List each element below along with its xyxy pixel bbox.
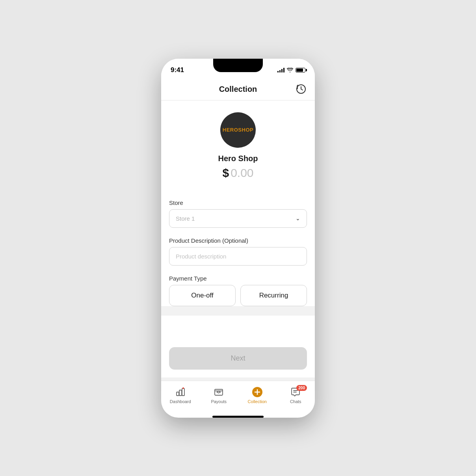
next-btn-wrapper: Next bbox=[161, 347, 315, 377]
history-icon bbox=[296, 84, 306, 94]
merchant-avatar-text: HEROSHOP bbox=[223, 127, 253, 133]
svg-rect-1 bbox=[177, 392, 179, 396]
store-field-group: Store Store 1 ⌄ bbox=[169, 199, 307, 228]
bottom-nav: Dashboard Payouts Collecti bbox=[161, 381, 315, 413]
nav-item-chats[interactable]: 200 Chats bbox=[277, 387, 315, 404]
currency-symbol: $ bbox=[222, 166, 229, 180]
payment-type-label: Payment Type bbox=[169, 275, 307, 282]
chats-badge: 200 bbox=[296, 385, 307, 391]
battery-icon bbox=[296, 68, 305, 73]
dashboard-nav-label: Dashboard bbox=[170, 399, 191, 404]
merchant-avatar: HEROSHOP bbox=[220, 112, 256, 148]
form-section: Store Store 1 ⌄ Product Description (Opt… bbox=[161, 199, 315, 306]
collection-nav-icon bbox=[252, 387, 263, 398]
product-desc-field-group: Product Description (Optional) bbox=[169, 237, 307, 266]
svg-point-4 bbox=[182, 387, 184, 389]
payouts-nav-icon bbox=[213, 387, 224, 398]
recurring-button[interactable]: Recurring bbox=[240, 285, 307, 306]
signal-icon bbox=[277, 68, 284, 73]
history-button[interactable] bbox=[295, 83, 307, 95]
payouts-nav-label: Payouts bbox=[211, 399, 227, 404]
merchant-name: Hero Shop bbox=[218, 154, 258, 163]
nav-item-dashboard[interactable]: Dashboard bbox=[161, 387, 200, 404]
collection-nav-label: Collection bbox=[248, 399, 267, 404]
chats-nav-label: Chats bbox=[290, 399, 301, 404]
page-title: Collection bbox=[219, 85, 257, 94]
store-placeholder: Store 1 bbox=[176, 215, 195, 222]
spacer bbox=[161, 316, 315, 347]
phone-frame: 9:41 Collection bbox=[161, 59, 315, 418]
notch bbox=[213, 59, 263, 72]
one-off-button[interactable]: One-off bbox=[169, 285, 236, 306]
amount-display: $ 0.00 bbox=[222, 166, 253, 180]
home-indicator bbox=[212, 416, 264, 418]
nav-item-collection[interactable]: Collection bbox=[238, 387, 277, 404]
svg-point-6 bbox=[218, 391, 220, 393]
chevron-down-icon: ⌄ bbox=[296, 215, 300, 221]
product-desc-input[interactable] bbox=[169, 247, 307, 266]
payment-type-buttons: One-off Recurring bbox=[169, 285, 307, 306]
wifi-icon bbox=[287, 68, 293, 73]
payment-type-group: Payment Type One-off Recurring bbox=[169, 275, 307, 306]
merchant-section: HEROSHOP Hero Shop $ 0.00 bbox=[161, 100, 315, 199]
page-header: Collection bbox=[161, 78, 315, 100]
status-time: 9:41 bbox=[171, 66, 184, 74]
status-icons bbox=[277, 68, 305, 73]
svg-rect-2 bbox=[179, 390, 182, 396]
next-button[interactable]: Next bbox=[169, 347, 307, 370]
svg-rect-5 bbox=[215, 389, 223, 395]
store-label: Store bbox=[169, 199, 307, 206]
store-select[interactable]: Store 1 ⌄ bbox=[169, 209, 307, 228]
nav-item-payouts[interactable]: Payouts bbox=[200, 387, 238, 404]
dashboard-nav-icon bbox=[175, 387, 186, 398]
page-content: HEROSHOP Hero Shop $ 0.00 Store Store 1 … bbox=[161, 100, 315, 381]
svg-rect-3 bbox=[182, 389, 184, 396]
product-desc-label: Product Description (Optional) bbox=[169, 237, 307, 244]
amount-value: 0.00 bbox=[231, 166, 253, 180]
